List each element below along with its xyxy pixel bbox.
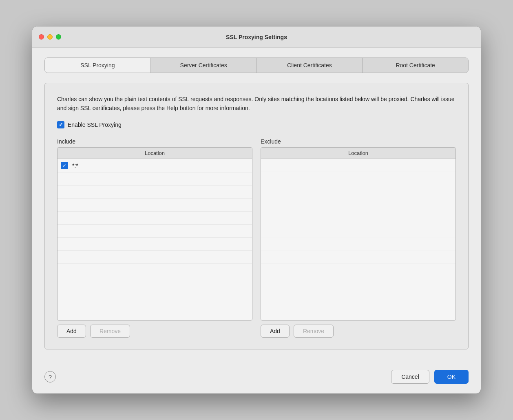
row-checkmark-icon: ✓ (62, 163, 66, 168)
tab-ssl-proxying[interactable]: SSL Proxying (45, 58, 151, 73)
include-label: Include (57, 138, 252, 145)
include-table: Location ✓ *:* (57, 147, 252, 321)
tab-server-certificates[interactable]: Server Certificates (151, 58, 257, 73)
empty-row (261, 159, 456, 172)
exclude-table-body[interactable] (261, 159, 456, 320)
enable-ssl-label: Enable SSL Proxying (68, 122, 122, 128)
exclude-remove-button[interactable]: Remove (294, 325, 334, 338)
exclude-table: Location (261, 147, 456, 321)
content-panel: Charles can show you the plain text cont… (44, 83, 469, 349)
window-title: SSL Proxying Settings (226, 34, 287, 40)
include-table-header: Location (57, 148, 252, 159)
empty-row (261, 237, 456, 250)
exclude-button-row: Add Remove (261, 325, 456, 338)
enable-ssl-checkbox[interactable]: ✓ (57, 121, 64, 128)
empty-row (261, 185, 456, 198)
include-button-row: Add Remove (57, 325, 252, 338)
main-window: SSL Proxying Settings SSL Proxying Serve… (32, 27, 481, 393)
checkmark-icon: ✓ (59, 122, 63, 127)
empty-row (57, 199, 252, 212)
empty-row (57, 186, 252, 199)
tab-client-certificates[interactable]: Client Certificates (257, 58, 363, 73)
empty-row (57, 212, 252, 225)
cancel-button[interactable]: Cancel (391, 370, 429, 384)
row-location: *:* (72, 162, 78, 169)
include-table-body[interactable]: ✓ *:* (57, 159, 252, 320)
exclude-label: Exclude (261, 138, 456, 145)
table-row[interactable]: ✓ *:* (57, 159, 252, 172)
empty-row (261, 198, 456, 211)
traffic-lights (39, 34, 61, 40)
title-bar: SSL Proxying Settings (32, 27, 481, 48)
empty-row (261, 211, 456, 224)
exclude-section: Exclude Location (261, 138, 456, 338)
empty-row (261, 250, 456, 263)
include-section: Include Location ✓ *:* (57, 138, 252, 338)
window-body: SSL Proxying Server Certificates Client … (32, 48, 481, 362)
close-button[interactable] (39, 34, 44, 40)
minimize-button[interactable] (47, 34, 53, 40)
tab-root-certificate[interactable]: Root Certificate (363, 58, 468, 73)
enable-ssl-row: ✓ Enable SSL Proxying (57, 121, 456, 128)
row-checkbox[interactable]: ✓ (61, 162, 68, 169)
tab-bar: SSL Proxying Server Certificates Client … (44, 57, 469, 73)
ok-button[interactable]: OK (434, 370, 469, 384)
empty-row (261, 224, 456, 237)
exclude-add-button[interactable]: Add (261, 325, 290, 338)
tables-row: Include Location ✓ *:* (57, 138, 456, 338)
exclude-table-header: Location (261, 148, 456, 159)
bottom-bar: ? Cancel OK (32, 362, 481, 393)
maximize-button[interactable] (56, 34, 61, 40)
bottom-buttons: Cancel OK (391, 370, 469, 384)
empty-row (57, 225, 252, 238)
description-text: Charles can show you the plain text cont… (57, 95, 456, 113)
include-column-header: Location (57, 150, 252, 156)
exclude-column-header: Location (261, 150, 456, 156)
empty-row (261, 172, 456, 185)
empty-row (57, 251, 252, 264)
empty-row (57, 172, 252, 186)
empty-row (57, 238, 252, 251)
include-add-button[interactable]: Add (57, 325, 86, 338)
help-button[interactable]: ? (44, 371, 56, 382)
include-remove-button[interactable]: Remove (90, 325, 130, 338)
